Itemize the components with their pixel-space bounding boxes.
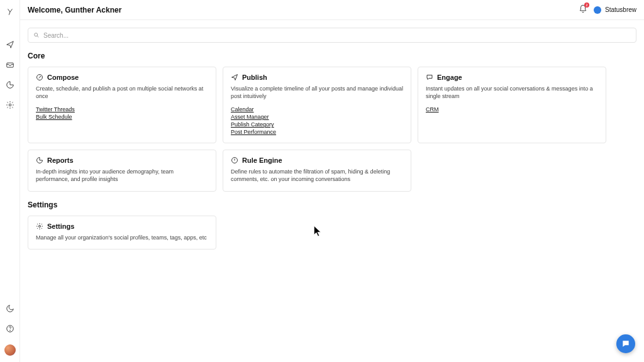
- card-title: Rule Engine: [242, 156, 282, 164]
- notifications-button[interactable]: 2: [579, 4, 587, 16]
- card-title: Publish: [242, 74, 267, 81]
- help-icon[interactable]: [6, 324, 14, 336]
- search-box[interactable]: [28, 28, 636, 43]
- card-desc: Create, schedule, and publish a post on …: [36, 85, 208, 100]
- notif-badge: 2: [584, 3, 589, 8]
- link-post-performance[interactable]: Post Performance: [231, 129, 276, 135]
- theme-icon[interactable]: [6, 304, 14, 315]
- section-core-title: Core: [28, 52, 636, 60]
- card-settings[interactable]: Settings Manage all your organization's …: [28, 216, 216, 250]
- svg-point-7: [39, 225, 41, 227]
- link-asset-manager[interactable]: Asset Manager: [231, 114, 269, 120]
- org-avatar-icon: [594, 6, 601, 14]
- svg-rect-0: [6, 63, 13, 67]
- header: Welcome, Gunther Ackner 2 Statusbrew: [20, 0, 644, 20]
- settings-nav-icon[interactable]: [6, 101, 14, 112]
- reports-icon: [36, 156, 43, 164]
- engage-icon: [426, 74, 433, 81]
- svg-point-1: [9, 104, 11, 106]
- compose-nav-icon[interactable]: [6, 40, 14, 52]
- svg-point-3: [9, 331, 10, 331]
- rule-engine-icon: [231, 156, 238, 164]
- link-bulk-schedule[interactable]: Bulk Schedule: [36, 114, 72, 120]
- settings-icon: [36, 222, 43, 230]
- chat-launcher[interactable]: [616, 334, 635, 353]
- inbox-nav-icon[interactable]: [6, 60, 14, 72]
- card-title: Engage: [437, 74, 462, 81]
- search-icon: [33, 32, 40, 38]
- card-desc: In-depth insights into your audience dem…: [36, 168, 208, 183]
- sidebar: [0, 0, 20, 362]
- search-input[interactable]: [43, 32, 631, 39]
- link-crm[interactable]: CRM: [426, 106, 439, 112]
- publish-icon: [231, 74, 238, 81]
- link-calendar[interactable]: Calendar: [231, 106, 254, 112]
- card-desc: Instant updates on all your social conve…: [426, 85, 598, 100]
- card-reports[interactable]: Reports In-depth insights into your audi…: [28, 150, 216, 191]
- card-rule-engine[interactable]: Rule Engine Define rules to automate the…: [223, 150, 411, 191]
- card-title: Reports: [47, 156, 74, 164]
- card-title: Settings: [47, 222, 74, 230]
- logo-icon: [6, 8, 14, 19]
- card-compose[interactable]: Compose Create, schedule, and publish a …: [28, 67, 216, 143]
- card-title: Compose: [47, 74, 79, 81]
- page-title: Welcome, Gunther Ackner: [28, 6, 121, 14]
- reports-nav-icon[interactable]: [6, 80, 14, 92]
- card-engage[interactable]: Engage Instant updates on all your socia…: [418, 67, 606, 143]
- card-desc: Define rules to automate the filtration …: [231, 168, 403, 183]
- org-switcher[interactable]: Statusbrew: [594, 6, 636, 14]
- section-settings-title: Settings: [28, 200, 636, 209]
- card-desc: Visualize a complete timeline of all you…: [231, 85, 403, 100]
- user-avatar[interactable]: [4, 344, 16, 356]
- card-publish[interactable]: Publish Visualize a complete timeline of…: [223, 67, 411, 143]
- svg-point-4: [35, 33, 38, 36]
- link-publish-category[interactable]: Publish Category: [231, 121, 274, 128]
- link-twitter-threads[interactable]: Twitter Threads: [36, 106, 75, 112]
- compose-icon: [36, 74, 43, 81]
- org-name: Statusbrew: [605, 6, 636, 13]
- card-desc: Manage all your organization's social pr…: [36, 234, 208, 241]
